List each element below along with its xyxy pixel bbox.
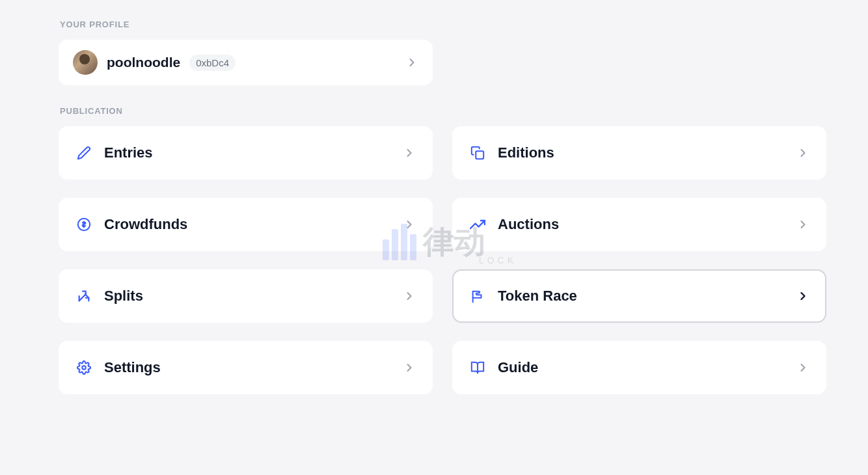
chevron-right-icon [796, 218, 809, 231]
chevron-right-icon [403, 361, 416, 374]
card-auctions[interactable]: Auctions [452, 198, 826, 251]
profile-short-id: 0xbDc4 [189, 55, 236, 71]
card-label: Settings [104, 359, 161, 376]
pencil-icon [75, 144, 92, 161]
dashboard-container: YOUR PROFILE poolnoodle 0xbDc4 PUBLICATI… [0, 0, 868, 414]
card-crowdfunds[interactable]: Crowdfunds [59, 198, 433, 251]
card-label: Crowdfunds [104, 216, 187, 233]
chevron-right-icon [796, 146, 809, 159]
chevron-right-icon [796, 290, 809, 303]
gear-icon [75, 359, 92, 376]
card-label: Editions [498, 144, 554, 161]
svg-rect-0 [476, 151, 483, 159]
chevron-right-icon [796, 361, 809, 374]
card-label: Auctions [498, 216, 559, 233]
card-label: Guide [498, 359, 538, 376]
book-open-icon [469, 359, 486, 376]
dollar-circle-icon [75, 216, 92, 233]
chevron-right-icon [405, 56, 418, 69]
card-splits[interactable]: Splits [59, 269, 433, 323]
card-entries[interactable]: Entries [59, 126, 433, 180]
svg-point-2 [82, 366, 86, 370]
card-editions[interactable]: Editions [452, 126, 826, 180]
split-icon [75, 288, 92, 305]
profile-name: poolnoodle [107, 55, 180, 70]
card-token-race[interactable]: Token Race [452, 269, 826, 323]
chevron-right-icon [403, 218, 416, 231]
copy-icon [469, 144, 486, 161]
publication-section-label: PUBLICATION [59, 106, 809, 116]
chevron-right-icon [403, 290, 416, 303]
avatar [73, 50, 98, 75]
profile-section-label: YOUR PROFILE [59, 20, 809, 29]
publication-grid: Entries Editions Crowdfunds [59, 126, 809, 394]
card-label: Entries [104, 144, 153, 161]
card-label: Token Race [498, 288, 577, 305]
chevron-right-icon [403, 146, 416, 159]
trending-up-icon [469, 216, 486, 233]
profile-card[interactable]: poolnoodle 0xbDc4 [59, 40, 433, 85]
flag-icon [469, 288, 486, 305]
card-settings[interactable]: Settings [59, 341, 433, 394]
card-guide[interactable]: Guide [452, 341, 826, 394]
card-label: Splits [104, 288, 143, 305]
